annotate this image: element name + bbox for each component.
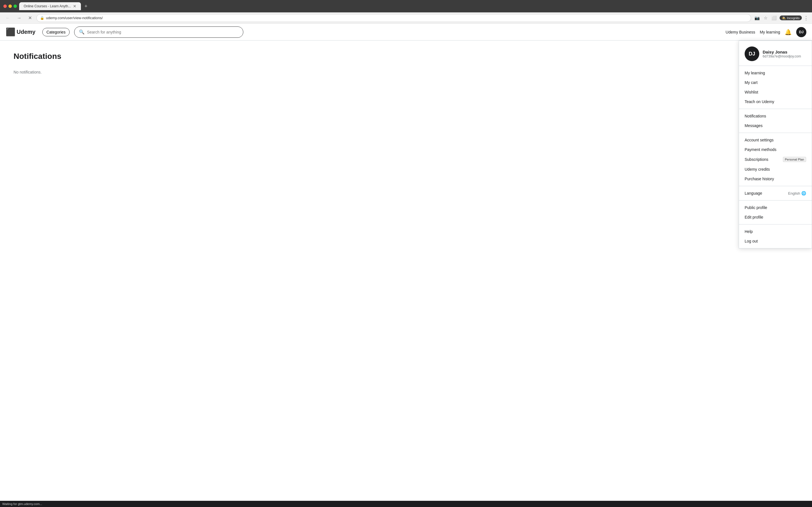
subscriptions-label: Subscriptions	[745, 157, 768, 162]
dropdown-item-wishlist[interactable]: Wishlist	[739, 87, 812, 97]
dropdown-section-group2: Notifications Messages	[739, 109, 812, 133]
dropdown-section-group3: Account settings Payment methods Subscri…	[739, 133, 812, 186]
dropdown-item-udemy-credits[interactable]: Udemy credits	[739, 165, 812, 174]
payment-methods-label: Payment methods	[745, 147, 776, 152]
language-label: Language	[745, 191, 762, 195]
my-cart-label: My cart	[745, 80, 758, 85]
dropdown-section-group5: Help Log out	[739, 224, 812, 248]
dropdown-item-purchase-history[interactable]: Purchase history	[739, 174, 812, 184]
dropdown-user-section: DJ Daisy Jonas 6d739a7e@moodjoy.com	[739, 41, 812, 66]
account-settings-label: Account settings	[745, 138, 774, 142]
dropdown-item-edit-profile[interactable]: Edit profile	[739, 212, 812, 222]
site-header: ⬛ Udemy Categories 🔍 Udemy Business My l…	[0, 24, 812, 41]
page-title: Notifications	[13, 52, 240, 61]
bookmark-icon[interactable]: ☆	[763, 14, 769, 22]
dropdown-item-account-settings[interactable]: Account settings	[739, 135, 812, 145]
help-label: Help	[745, 229, 753, 234]
notifications-label: Notifications	[745, 114, 766, 118]
purchase-history-label: Purchase history	[745, 177, 774, 181]
multiwindow-icon[interactable]: ⬜	[770, 14, 778, 22]
messages-label: Messages	[745, 123, 763, 128]
teach-label: Teach on Udemy	[745, 100, 774, 104]
toolbar-actions: 📷 ☆ ⬜ 🕵️ Incognito ⋮	[753, 14, 809, 22]
dropdown-item-messages[interactable]: Messages	[739, 121, 812, 130]
udemy-business-link[interactable]: Udemy Business	[726, 30, 755, 34]
dropdown-item-my-learning[interactable]: My learning	[739, 68, 812, 78]
browser-toolbar: ← → ✕ 🔒 udemy.com/user/view-notification…	[0, 12, 812, 24]
close-window-button[interactable]	[3, 4, 7, 8]
logo-text: Udemy	[17, 29, 36, 35]
browser-tab[interactable]: Online Courses - Learn Anyth... ✕	[19, 2, 81, 10]
dropdown-user-info: Daisy Jonas 6d739a7e@moodjoy.com	[763, 50, 801, 58]
incognito-badge: 🕵️ Incognito	[779, 15, 802, 20]
main-content: Notifications No notifications.	[0, 41, 254, 86]
dropdown-item-logout[interactable]: Log out	[739, 236, 812, 246]
new-tab-button[interactable]: +	[84, 3, 87, 9]
dropdown-section-group1: My learning My cart Wishlist Teach on Ud…	[739, 66, 812, 109]
logo-mark: ⬛	[6, 27, 15, 37]
edit-profile-label: Edit profile	[745, 215, 763, 219]
dropdown-menu: DJ Daisy Jonas 6d739a7e@moodjoy.com My l…	[739, 41, 812, 248]
dropdown-section-language: Language English 🌐	[739, 186, 812, 201]
public-profile-label: Public profile	[745, 205, 767, 210]
dropdown-item-public-profile[interactable]: Public profile	[739, 203, 812, 212]
no-notifications-text: No notifications.	[13, 70, 240, 74]
udemy-logo[interactable]: ⬛ Udemy	[6, 27, 36, 37]
dropdown-section-group4: Public profile Edit profile	[739, 201, 812, 224]
dropdown-item-payment-methods[interactable]: Payment methods	[739, 145, 812, 154]
my-learning-label: My learning	[745, 71, 765, 75]
personal-plan-badge: Personal Plan	[783, 157, 806, 162]
globe-icon: 🌐	[801, 191, 806, 195]
browser-chrome: Online Courses - Learn Anyth... ✕ +	[0, 0, 812, 12]
back-button[interactable]: ←	[3, 14, 12, 22]
address-bar[interactable]: 🔒 udemy.com/user/view-notifications/	[36, 14, 751, 22]
lock-icon: 🔒	[40, 16, 44, 20]
url-text: udemy.com/user/view-notifications/	[46, 16, 103, 20]
notifications-bell-button[interactable]: 🔔	[784, 29, 792, 36]
header-right: Udemy Business My learning 🔔 DJ	[726, 27, 806, 37]
search-icon[interactable]: 🔍	[79, 29, 85, 35]
forward-button[interactable]: →	[15, 14, 24, 22]
tab-title: Online Courses - Learn Anyth...	[24, 4, 71, 8]
close-tab-button[interactable]: ✕	[73, 4, 77, 8]
dropdown-item-teach[interactable]: Teach on Udemy	[739, 97, 812, 107]
wishlist-label: Wishlist	[745, 90, 758, 94]
dropdown-item-language[interactable]: Language English 🌐	[739, 188, 812, 198]
my-learning-link[interactable]: My learning	[760, 30, 780, 34]
site-wrapper: ⬛ Udemy Categories 🔍 Udemy Business My l…	[0, 24, 812, 507]
user-avatar-button[interactable]: DJ	[796, 27, 806, 37]
dropdown-item-notifications[interactable]: Notifications	[739, 111, 812, 121]
incognito-label: Incognito	[787, 16, 800, 20]
logout-label: Log out	[745, 239, 758, 243]
search-bar[interactable]: 🔍	[74, 26, 243, 38]
dropdown-item-my-cart[interactable]: My cart	[739, 78, 812, 87]
dropdown-user-name: Daisy Jonas	[763, 50, 801, 54]
language-right: English 🌐	[788, 191, 806, 195]
incognito-icon: 🕵️	[782, 16, 786, 20]
reload-button[interactable]: ✕	[26, 14, 34, 22]
status-text: Waiting for gtm.udemy.com...	[2, 502, 42, 506]
browser-window-controls[interactable]	[3, 4, 17, 8]
dropdown-item-subscriptions[interactable]: Subscriptions Personal Plan	[739, 154, 812, 165]
dropdown-user-email: 6d739a7e@moodjoy.com	[763, 54, 801, 58]
camera-icon[interactable]: 📷	[753, 14, 761, 22]
minimize-window-button[interactable]	[8, 4, 12, 8]
categories-button[interactable]: Categories	[42, 28, 70, 36]
udemy-credits-label: Udemy credits	[745, 167, 770, 172]
dropdown-item-help[interactable]: Help	[739, 227, 812, 236]
language-value: English	[788, 191, 800, 195]
maximize-window-button[interactable]	[13, 4, 17, 8]
browser-menu-button[interactable]: ⋮	[804, 15, 809, 21]
status-bar: Waiting for gtm.udemy.com...	[0, 501, 812, 507]
dropdown-avatar: DJ	[745, 47, 759, 61]
search-input[interactable]	[87, 30, 239, 34]
